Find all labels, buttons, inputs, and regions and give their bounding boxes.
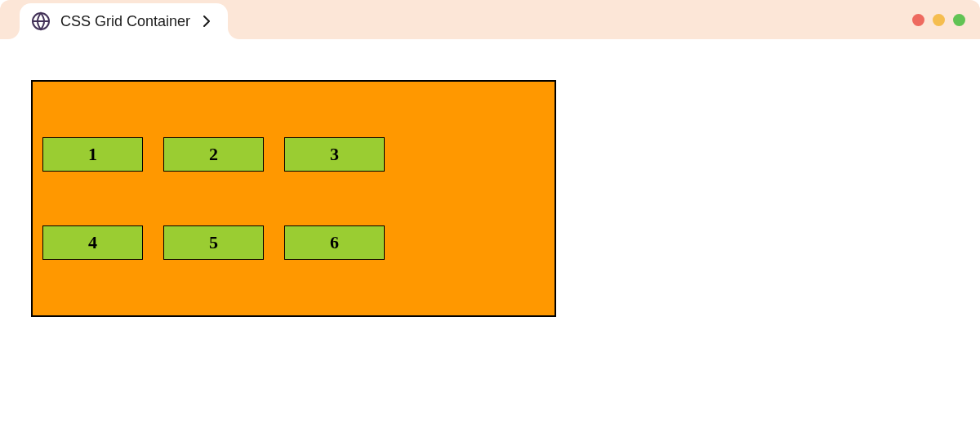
- window-close-button[interactable]: [912, 14, 924, 26]
- window-minimize-button[interactable]: [933, 14, 945, 26]
- css-grid-container: 1 2 3 4 5 6: [31, 80, 556, 317]
- tab-title: CSS Grid Container: [60, 13, 190, 30]
- tab-area: CSS Grid Container: [0, 0, 228, 39]
- browser-tab-active[interactable]: CSS Grid Container: [20, 3, 228, 39]
- grid-item-5: 5: [163, 225, 264, 260]
- grid-item-4: 4: [42, 225, 143, 260]
- grid-item-6: 6: [284, 225, 385, 260]
- window-maximize-button[interactable]: [953, 14, 965, 26]
- grid-item-1: 1: [42, 137, 143, 172]
- window-controls: [912, 14, 965, 26]
- tab-bar: CSS Grid Container: [0, 0, 980, 39]
- grid-item-2: 2: [163, 137, 264, 172]
- page-content: 1 2 3 4 5 6: [0, 39, 980, 317]
- chevron-right-icon: [200, 15, 213, 28]
- grid-item-3: 3: [284, 137, 385, 172]
- globe-icon: [31, 11, 51, 31]
